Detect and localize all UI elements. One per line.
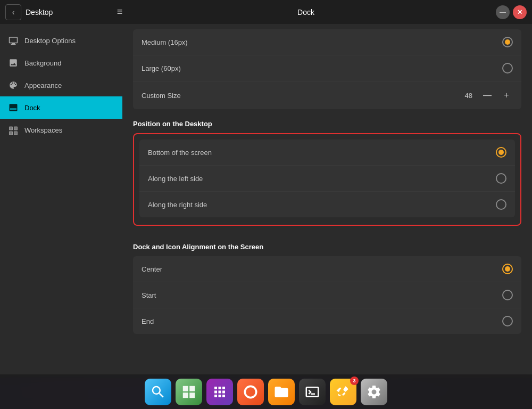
- launch-icon: [335, 384, 351, 400]
- option-row-right[interactable]: Along the right side: [139, 192, 515, 217]
- option-label-right: Along the right side: [148, 201, 207, 209]
- titlebar-left: ‹ Desktop ≡: [5, 4, 128, 20]
- radio-medium-inner: [505, 39, 510, 45]
- size-increase-button[interactable]: +: [500, 89, 513, 102]
- option-label-center: Center: [142, 265, 162, 273]
- back-button[interactable]: ‹: [5, 4, 21, 20]
- radio-end[interactable]: [502, 316, 513, 326]
- sidebar-item-workspaces[interactable]: Workspaces: [0, 119, 122, 141]
- option-label-custom: Custom Size: [142, 92, 181, 100]
- launch-badge: 3: [350, 377, 359, 385]
- files-icon: [273, 384, 289, 400]
- sidebar-label-appearance: Appearance: [24, 81, 62, 89]
- option-label-start: Start: [142, 291, 156, 299]
- dock-icon-apps[interactable]: [206, 379, 233, 405]
- dock-icon-terminal[interactable]: [299, 379, 326, 405]
- window-content: Desktop Options Background Appearance Do…: [0, 24, 532, 378]
- option-row-start[interactable]: Start: [133, 282, 521, 308]
- radio-left[interactable]: [496, 173, 506, 184]
- radio-center-inner: [505, 266, 510, 272]
- radio-bottom-inner: [498, 150, 504, 155]
- minimize-button[interactable]: —: [496, 5, 510, 19]
- sidebar-label-workspaces: Workspaces: [24, 126, 62, 134]
- custom-size-value: 48: [465, 92, 472, 100]
- radio-bottom[interactable]: [496, 147, 506, 158]
- app-title: Desktop: [26, 8, 53, 17]
- window-title: Dock: [128, 8, 484, 17]
- dock-icon-launch[interactable]: 3: [330, 379, 356, 405]
- settings-icon: [366, 384, 382, 400]
- taskbar: 3: [0, 374, 532, 409]
- window-controls: — ✕: [484, 5, 527, 19]
- dock-icon: [9, 103, 18, 112]
- alignment-section-header: Dock and Icon Alignment on the Screen: [133, 234, 521, 256]
- workspaces-icon: [9, 125, 18, 135]
- option-label-bottom: Bottom of the screen: [148, 149, 212, 157]
- option-row-medium[interactable]: Medium (16px): [133, 29, 521, 55]
- radio-medium[interactable]: [502, 37, 513, 47]
- dock-icon-firefox[interactable]: [237, 379, 264, 405]
- position-section: Bottom of the screen Along the left side…: [133, 133, 521, 226]
- option-row-bottom[interactable]: Bottom of the screen: [139, 140, 515, 166]
- magnifier-icon: [150, 384, 166, 400]
- radio-right[interactable]: [496, 199, 506, 210]
- option-label-large: Large (60px): [142, 64, 181, 72]
- sidebar-label-background: Background: [24, 59, 61, 67]
- option-row-end[interactable]: End: [133, 308, 521, 334]
- monitor-icon: [9, 36, 18, 45]
- position-options-card: Bottom of the screen Along the left side…: [139, 140, 515, 217]
- position-section-header: Position on the Desktop: [133, 111, 521, 133]
- size-options-card: Medium (16px) Large (60px) Custom Size 4…: [133, 29, 521, 109]
- option-label-medium: Medium (16px): [142, 38, 188, 46]
- apps-icon: [212, 384, 228, 400]
- sidebar-item-appearance[interactable]: Appearance: [0, 74, 122, 96]
- close-button[interactable]: ✕: [513, 5, 527, 19]
- dock-icon-magnifier[interactable]: [145, 379, 171, 405]
- dock-icon-filemanager[interactable]: [176, 379, 202, 405]
- main-panel: Medium (16px) Large (60px) Custom Size 4…: [122, 24, 532, 378]
- option-row-custom[interactable]: Custom Size 48 — +: [133, 81, 521, 109]
- size-decrease-button[interactable]: —: [481, 89, 494, 102]
- menu-button[interactable]: ≡: [112, 4, 128, 20]
- dock-icon-settings[interactable]: [361, 379, 387, 405]
- radio-start[interactable]: [502, 290, 513, 300]
- sidebar-item-dock[interactable]: Dock: [0, 96, 122, 119]
- option-label-end: End: [142, 317, 154, 325]
- custom-size-controls: 48 — +: [465, 89, 513, 102]
- settings-window: ‹ Desktop ≡ Dock — ✕ Desktop Options: [0, 0, 532, 378]
- terminal-icon: [304, 384, 320, 400]
- sidebar: Desktop Options Background Appearance Do…: [0, 24, 122, 378]
- sidebar-label-dock: Dock: [24, 104, 40, 112]
- option-row-left[interactable]: Along the left side: [139, 166, 515, 192]
- sidebar-item-desktop-options[interactable]: Desktop Options: [0, 29, 122, 52]
- titlebar: ‹ Desktop ≡ Dock — ✕: [0, 0, 532, 24]
- option-row-large[interactable]: Large (60px): [133, 55, 521, 81]
- palette-icon: [9, 80, 18, 90]
- sidebar-label-desktop-options: Desktop Options: [24, 37, 76, 45]
- alignment-options-card: Center Start End: [133, 256, 521, 334]
- option-row-center[interactable]: Center: [133, 256, 521, 282]
- dock-icon-files[interactable]: [268, 379, 295, 405]
- option-label-left: Along the left side: [148, 175, 203, 183]
- firefox-icon: [243, 384, 259, 400]
- image-icon: [9, 58, 18, 68]
- radio-center[interactable]: [502, 264, 513, 274]
- filemanager-icon: [181, 384, 197, 400]
- sidebar-item-background[interactable]: Background: [0, 52, 122, 74]
- radio-large[interactable]: [502, 63, 513, 73]
